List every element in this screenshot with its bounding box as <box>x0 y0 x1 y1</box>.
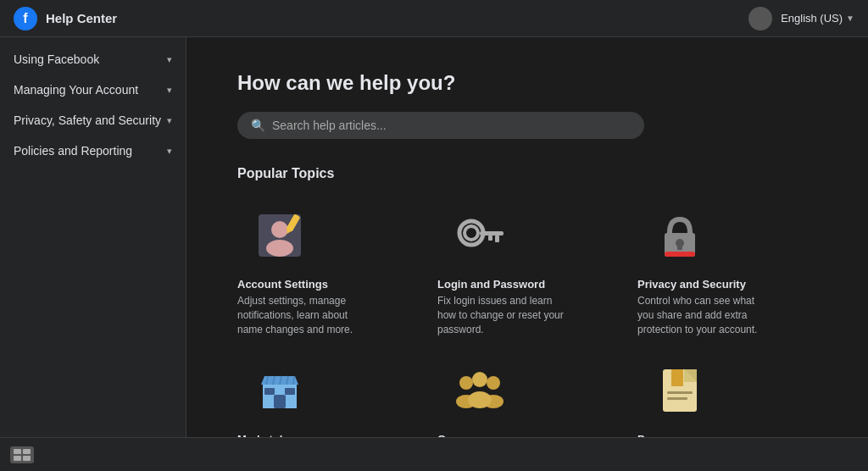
groups-icon <box>437 357 522 424</box>
svg-rect-13 <box>665 252 695 257</box>
topic-card-account-settings[interactable]: Account Settings Adjust settings, manage… <box>237 202 417 336</box>
topic-card-privacy-security[interactable]: Privacy and Security Control who can see… <box>637 202 817 336</box>
svg-line-23 <box>293 376 294 385</box>
svg-rect-7 <box>480 231 504 236</box>
svg-point-24 <box>459 376 473 390</box>
sidebar-item-label: Managing Your Account <box>14 83 138 97</box>
topics-grid: Account Settings Adjust settings, manage… <box>237 202 817 437</box>
bottom-bar <box>0 437 868 471</box>
topic-name: Account Settings <box>237 278 417 291</box>
topic-desc: Control who can see what you share and a… <box>637 294 765 336</box>
search-icon: 🔍 <box>251 119 265 132</box>
svg-point-28 <box>472 372 487 387</box>
sidebar: Using Facebook ▾ Managing Your Account ▾… <box>0 37 186 437</box>
svg-point-29 <box>468 391 492 408</box>
sidebar-item-label: Policies and Reporting <box>14 144 132 158</box>
language-selector[interactable]: English (US) ▼ <box>781 12 854 25</box>
svg-rect-35 <box>667 391 693 394</box>
svg-rect-38 <box>23 449 31 454</box>
sidebar-item-privacy-safety[interactable]: Privacy, Safety and Security ▾ <box>0 105 186 136</box>
svg-rect-8 <box>495 236 499 242</box>
help-title: How can we help you? <box>237 71 817 95</box>
chevron-icon: ▾ <box>167 54 172 65</box>
svg-point-6 <box>465 226 478 240</box>
avatar[interactable] <box>748 7 772 30</box>
topic-card-groups[interactable]: Groups Learn how to create, manage and u… <box>437 357 617 437</box>
svg-rect-12 <box>677 243 682 250</box>
chevron-icon: ▾ <box>167 85 172 96</box>
svg-rect-37 <box>14 449 21 454</box>
sidebar-item-using-facebook[interactable]: Using Facebook ▾ <box>0 44 186 75</box>
topic-desc: Adjust settings, manage notifications, l… <box>237 294 364 336</box>
header: f Help Center English (US) ▼ <box>0 0 868 37</box>
svg-rect-17 <box>264 388 275 395</box>
svg-rect-36 <box>667 397 687 400</box>
search-box[interactable]: 🔍 <box>237 112 644 139</box>
svg-rect-9 <box>488 236 492 241</box>
svg-point-2 <box>266 240 293 257</box>
facebook-logo-icon: f <box>14 7 37 30</box>
login-password-icon <box>437 202 522 269</box>
privacy-security-icon <box>637 202 722 269</box>
chevron-down-icon: ▼ <box>846 14 854 23</box>
sidebar-item-label: Privacy, Safety and Security <box>14 114 161 127</box>
bottom-icon[interactable] <box>10 446 34 463</box>
topic-card-pages[interactable]: Pages Learn how to create, use, follow a… <box>637 357 817 437</box>
account-settings-icon <box>237 202 322 269</box>
header-right: English (US) ▼ <box>748 7 854 30</box>
topic-card-login-password[interactable]: Login and Password Fix login issues and … <box>437 202 617 336</box>
topic-card-marketplace[interactable]: Marketplace Learn how to buy and sell th… <box>237 357 417 437</box>
marketplace-icon <box>237 357 322 424</box>
topic-name: Login and Password <box>437 278 617 291</box>
header-left: f Help Center <box>14 7 117 30</box>
language-label: English (US) <box>781 12 843 25</box>
search-input[interactable] <box>272 119 631 132</box>
topic-name: Privacy and Security <box>637 278 817 291</box>
svg-rect-18 <box>285 388 295 395</box>
svg-point-26 <box>487 376 500 390</box>
header-title: Help Center <box>46 11 117 25</box>
svg-rect-40 <box>23 456 31 461</box>
main-content: How can we help you? 🔍 Popular Topics <box>186 37 868 437</box>
chevron-icon: ▾ <box>167 115 172 126</box>
svg-rect-16 <box>274 395 286 408</box>
sidebar-item-managing-account[interactable]: Managing Your Account ▾ <box>0 75 186 105</box>
svg-point-1 <box>271 221 288 238</box>
sidebar-item-label: Using Facebook <box>14 53 99 66</box>
sidebar-item-policies[interactable]: Policies and Reporting ▾ <box>0 136 186 166</box>
chevron-icon: ▾ <box>167 146 172 157</box>
pages-icon <box>637 357 722 424</box>
topic-desc: Fix login issues and learn how to change… <box>437 294 565 336</box>
svg-rect-39 <box>14 456 21 461</box>
layout: Using Facebook ▾ Managing Your Account ▾… <box>0 37 868 437</box>
popular-topics-title: Popular Topics <box>237 166 817 181</box>
